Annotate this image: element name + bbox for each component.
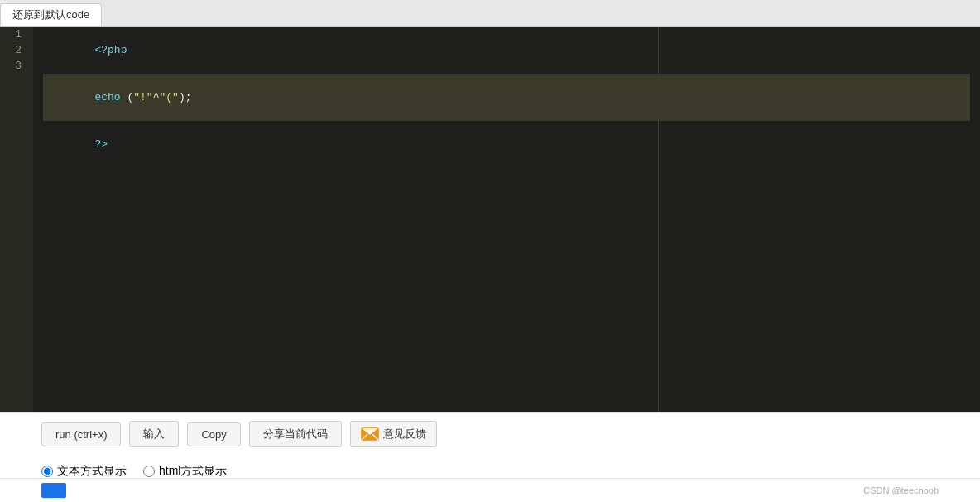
- tab-bar: 还原到默认code: [0, 0, 980, 27]
- echo-keyword: echo: [94, 91, 120, 104]
- line-numbers: 1 2 3: [0, 27, 33, 412]
- string-2: "(": [159, 91, 178, 104]
- html-display-label: html方式显示: [159, 464, 227, 479]
- bottom-indicator: [41, 483, 66, 498]
- line-number-3: 3: [0, 58, 26, 74]
- php-close-tag: ?>: [94, 138, 108, 151]
- toolbar: run (ctrl+x) 输入 Copy 分享当前代码 意见反馈: [0, 412, 980, 456]
- feedback-button[interactable]: 意见反馈: [350, 421, 437, 447]
- feedback-label: 意见反馈: [383, 427, 426, 442]
- feedback-icon: [361, 427, 379, 441]
- editor-vertical-divider: [658, 27, 659, 412]
- page-wrapper: 还原到默认code 1 2 3 <?php echo ("!"^"("); ?>…: [0, 0, 980, 502]
- string-1: "!": [133, 91, 152, 104]
- code-line-1: <?php: [43, 27, 970, 74]
- line-number-2: 2: [0, 42, 26, 58]
- html-display-option[interactable]: html方式显示: [143, 464, 227, 479]
- bottom-bar: CSDN @teecnoob: [0, 478, 980, 502]
- code-line-3: ?>: [43, 121, 970, 168]
- bottom-credit: CSDN @teecnoob: [863, 485, 939, 495]
- code-line-2: echo ("!"^"(");: [43, 74, 970, 121]
- copy-button[interactable]: Copy: [187, 422, 240, 446]
- tab-reset-code[interactable]: 还原到默认code: [0, 3, 102, 26]
- editor-container: 1 2 3 <?php echo ("!"^"("); ?>: [0, 27, 980, 412]
- code-area[interactable]: <?php echo ("!"^"("); ?>: [33, 27, 980, 412]
- line-number-1: 1: [0, 27, 26, 42]
- run-button[interactable]: run (ctrl+x): [41, 422, 121, 446]
- input-button[interactable]: 输入: [129, 421, 179, 447]
- text-display-label: 文本方式显示: [57, 464, 127, 479]
- text-display-radio[interactable]: [41, 466, 53, 477]
- php-tag: <?php: [94, 44, 127, 56]
- html-display-radio[interactable]: [143, 466, 155, 477]
- text-display-option[interactable]: 文本方式显示: [41, 464, 127, 479]
- share-button[interactable]: 分享当前代码: [249, 421, 342, 447]
